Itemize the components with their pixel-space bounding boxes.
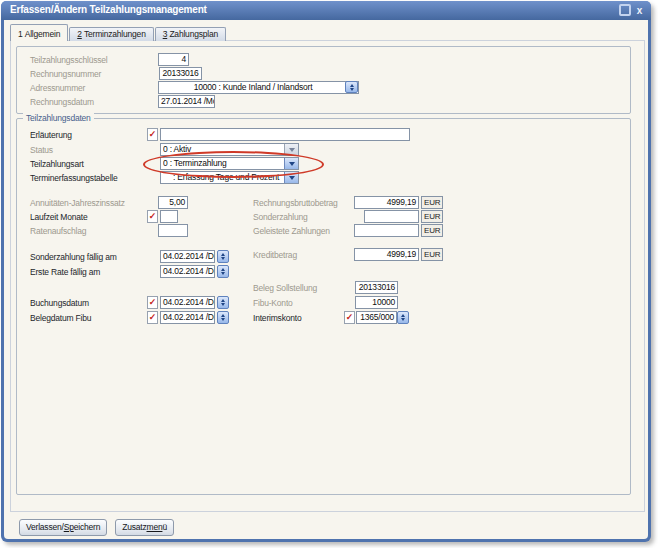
tab-bar: 1 Allgemein 2 Terminzahlungen 3 Zahlungs…	[10, 25, 227, 41]
tab-terminzahlungen[interactable]: 2 Terminzahlungen	[69, 27, 153, 41]
zusatzmenu-button[interactable]: Zusatzmenü	[115, 519, 174, 536]
tab-allgemein[interactable]: 1 Allgemein	[10, 24, 68, 41]
restore-icon[interactable]	[619, 4, 631, 16]
window-title: Erfassen/Ändern Teilzahlungsmanagement	[10, 4, 207, 15]
titlebar-icons: x	[619, 4, 642, 16]
tab-page-panel	[10, 40, 645, 512]
close-icon[interactable]: x	[637, 5, 642, 16]
footer-button-bar: Verlassen/Speichern Zusatzmenü	[19, 519, 174, 536]
title-bar[interactable]: Erfassen/Ändern Teilzahlungsmanagement x	[1, 1, 651, 20]
dialog-window: Erfassen/Ändern Teilzahlungsmanagement x…	[1, 1, 651, 542]
verlassen-speichern-button[interactable]: Verlassen/Speichern	[19, 519, 107, 536]
tab-zahlungsplan[interactable]: 3 Zahlungsplan	[155, 27, 226, 41]
